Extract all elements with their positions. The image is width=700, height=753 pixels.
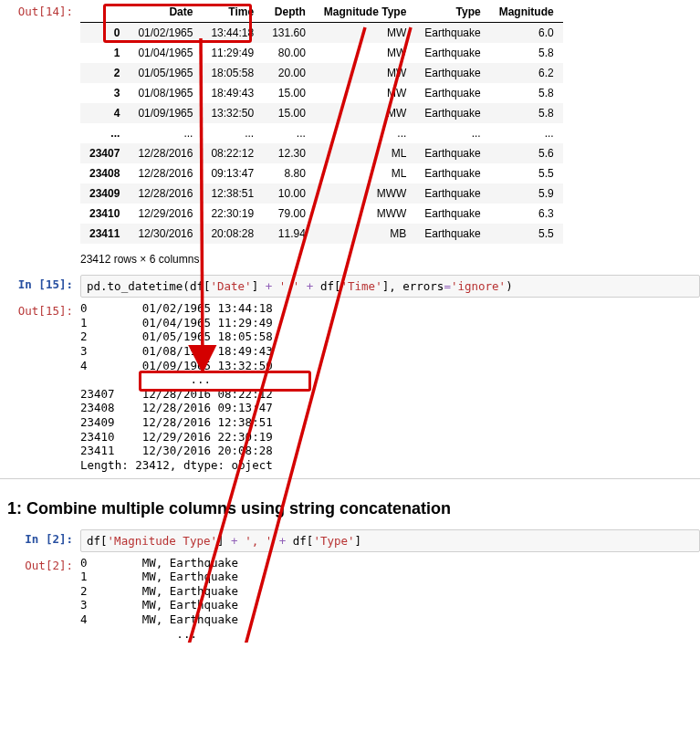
row-index: 2 xyxy=(80,63,129,83)
out14-col-Time: Time xyxy=(202,2,263,23)
out15-output: 0 01/02/1965 13:44:18 1 01/04/1965 11:29… xyxy=(80,301,700,473)
cell-Date: 01/02/1965 xyxy=(129,23,202,44)
cell-Date: ... xyxy=(129,123,202,143)
cell-Mag: 5.8 xyxy=(490,83,563,103)
cell-Time: 09:13:47 xyxy=(202,163,263,183)
cell-Depth: 15.00 xyxy=(263,83,315,103)
in15-prompt: In [15]: xyxy=(0,275,80,291)
cell-Depth: 11.94 xyxy=(263,224,315,244)
row-index: 0 xyxy=(80,23,129,44)
cell-Time: ... xyxy=(202,123,263,143)
cell-MagType: MWW xyxy=(315,183,415,204)
cell-Mag: 5.5 xyxy=(490,224,563,244)
cell-Depth: 10.00 xyxy=(263,183,315,204)
cell-Mag: 5.5 xyxy=(490,163,563,183)
cell-Type: Earthquake xyxy=(415,183,489,204)
table-row: 201/05/196518:05:5820.00MWEarthquake6.2 xyxy=(80,63,563,83)
out14-content: Date Time Depth Magnitude Type Type Magn… xyxy=(80,2,700,271)
cell-Mag: 5.8 xyxy=(490,103,563,123)
cell-MagType: MW xyxy=(315,43,415,63)
cell-Date: 12/28/2016 xyxy=(129,143,202,163)
out14-footer: 23412 rows × 6 columns xyxy=(80,249,700,271)
out14-prompt: Out[14]: xyxy=(0,2,80,18)
row-index: 4 xyxy=(80,103,129,123)
cell-Mag: 5.6 xyxy=(490,143,563,163)
cell-MagType: ... xyxy=(315,123,415,143)
cell-MagType: MW xyxy=(315,103,415,123)
cell-Time: 13:32:50 xyxy=(202,103,263,123)
cell-Time: 18:05:58 xyxy=(202,63,263,83)
out14-header-index xyxy=(80,2,129,23)
cell-Mag: 5.8 xyxy=(490,43,563,63)
cell-Depth: 79.00 xyxy=(263,204,315,224)
row-index: 3 xyxy=(80,83,129,103)
cell-Time: 18:49:43 xyxy=(202,83,263,103)
cell-Time: 11:29:49 xyxy=(202,43,263,63)
table-row: 101/04/196511:29:4980.00MWEarthquake5.8 xyxy=(80,43,563,63)
cell-Depth: 131.60 xyxy=(263,23,315,44)
cell-Type: Earthquake xyxy=(415,43,489,63)
out2-prompt: Out[2]: xyxy=(0,556,80,572)
cell-Type: Earthquake xyxy=(415,163,489,183)
out15-row: Out[15]: 0 01/02/1965 13:44:18 1 01/04/1… xyxy=(0,299,700,475)
cell-Type: Earthquake xyxy=(415,204,489,224)
cell-Mag: 6.0 xyxy=(490,23,563,44)
row-index: ... xyxy=(80,123,129,143)
cell-MagType: MW xyxy=(315,63,415,83)
cell-Depth: 8.80 xyxy=(263,163,315,183)
row-index: 23407 xyxy=(80,143,129,163)
section-heading-1: 1: Combine multiple columns using string… xyxy=(7,499,700,518)
cell-Date: 12/28/2016 xyxy=(129,183,202,204)
table-row: 2340712/28/201608:22:1212.30MLEarthquake… xyxy=(80,143,563,163)
cell-MagType: MWW xyxy=(315,204,415,224)
out14-col-Depth: Depth xyxy=(263,2,315,23)
out15-prompt: Out[15]: xyxy=(0,301,80,318)
row-index: 23410 xyxy=(80,204,129,224)
cell-Time: 08:22:12 xyxy=(202,143,263,163)
cell-Type: Earthquake xyxy=(415,83,489,103)
cell-Mag: 5.9 xyxy=(490,183,563,204)
out14-col-Type: Type xyxy=(415,2,489,23)
cell-Time: 13:44:18 xyxy=(202,23,263,44)
cell-Type: ... xyxy=(415,123,489,143)
cell-Type: Earthquake xyxy=(415,143,489,163)
out14-col-MagType: Magnitude Type xyxy=(315,2,415,23)
cell-Date: 12/28/2016 xyxy=(129,163,202,183)
table-row: 401/09/196513:32:5015.00MWEarthquake5.8 xyxy=(80,103,563,123)
cell-Date: 01/04/1965 xyxy=(129,43,202,63)
cell-Depth: 80.00 xyxy=(263,43,315,63)
cell-Date: 01/05/1965 xyxy=(129,63,202,83)
out14-header-row: Date Time Depth Magnitude Type Type Magn… xyxy=(80,2,563,23)
table-row: 2341112/30/201620:08:2811.94MBEarthquake… xyxy=(80,224,563,244)
cell-Time: 12:38:51 xyxy=(202,183,263,204)
table-row: 001/02/196513:44:18131.60MWEarthquake6.0 xyxy=(80,23,563,44)
cell-Depth: 12.30 xyxy=(263,143,315,163)
table-row: 2340912/28/201612:38:5110.00MWWEarthquak… xyxy=(80,183,563,204)
in15-row: In [15]: pd.to_datetime(df['Date'] + ' '… xyxy=(0,273,700,299)
cell-MagType: ML xyxy=(315,143,415,163)
table-row: 2341012/29/201622:30:1979.00MWWEarthquak… xyxy=(80,204,563,224)
cell-Time: 20:08:28 xyxy=(202,224,263,244)
cell-Date: 12/29/2016 xyxy=(129,204,202,224)
out2-row: Out[2]: 0 MW, Earthquake 1 MW, Earthquak… xyxy=(0,554,700,643)
cell-separator xyxy=(0,478,700,479)
out2-output: 0 MW, Earthquake 1 MW, Earthquake 2 MW, … xyxy=(80,556,700,642)
in15-code[interactable]: pd.to_datetime(df['Date'] + ' ' + df['Ti… xyxy=(80,275,700,298)
in2-code[interactable]: df['Magnitude Type'] + ', ' + df['Type'] xyxy=(80,529,700,552)
cell-Date: 01/08/1965 xyxy=(129,83,202,103)
in2-prompt: In [2]: xyxy=(0,529,80,546)
table-row: 301/08/196518:49:4315.00MWEarthquake5.8 xyxy=(80,83,563,103)
table-row: ..................... xyxy=(80,123,563,143)
cell-Type: Earthquake xyxy=(415,63,489,83)
row-index: 1 xyxy=(80,43,129,63)
cell-MagType: MW xyxy=(315,83,415,103)
cell-Mag: ... xyxy=(490,123,563,143)
cell-Mag: 6.2 xyxy=(490,63,563,83)
cell-MagType: MB xyxy=(315,224,415,244)
row-index: 23411 xyxy=(80,224,129,244)
cell-Depth: 20.00 xyxy=(263,63,315,83)
table-row: 2340812/28/201609:13:478.80MLEarthquake5… xyxy=(80,163,563,183)
cell-Depth: ... xyxy=(263,123,315,143)
out14-col-Mag: Magnitude xyxy=(490,2,563,23)
cell-Time: 22:30:19 xyxy=(202,204,263,224)
